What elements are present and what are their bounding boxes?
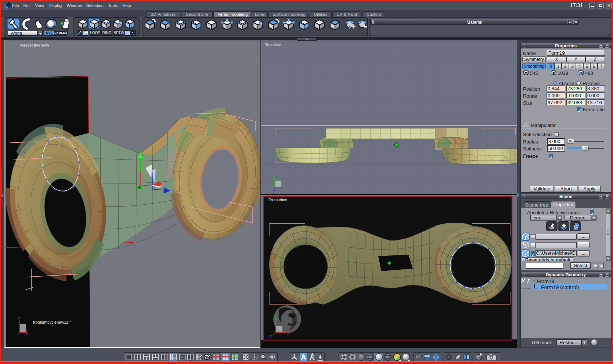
svg-text:X: X xyxy=(287,331,290,335)
svg-text:X: X xyxy=(283,178,286,182)
svg-text:Y: Y xyxy=(18,317,20,321)
svg-text:Top view: Top view xyxy=(265,43,281,47)
svg-text:Z: Z xyxy=(269,335,272,339)
svg-text:Front view: Front view xyxy=(268,198,287,202)
svg-text:Y: Y xyxy=(272,175,275,179)
svg-text:tronlightcyclenew11 *: tronlightcyclenew11 * xyxy=(33,320,71,324)
svg-text:Perspective view: Perspective view xyxy=(19,43,49,47)
svg-text:Y: Y xyxy=(274,315,276,319)
svg-text:Z: Z xyxy=(26,333,28,337)
svg-text:Z: Z xyxy=(273,190,275,194)
svg-text:X: X xyxy=(25,328,28,332)
